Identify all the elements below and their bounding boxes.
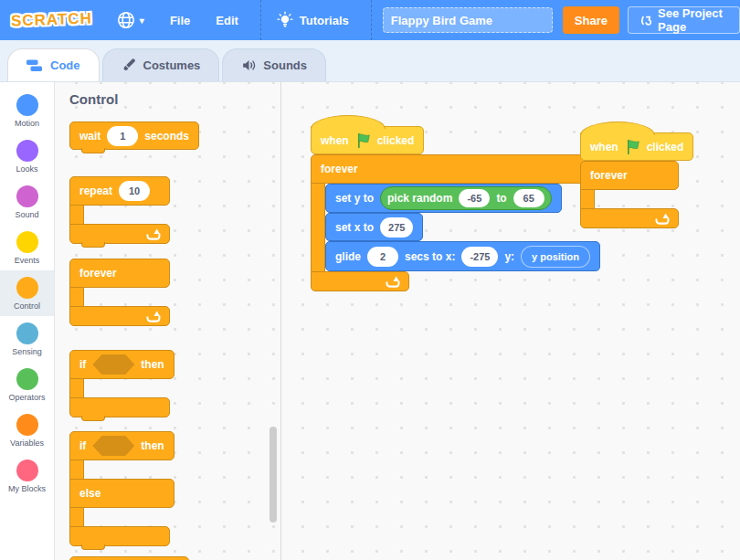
control-category-icon	[16, 277, 38, 299]
share-button[interactable]: Share	[563, 6, 619, 34]
when-flag-clicked-block[interactable]: when clicked	[580, 132, 693, 161]
set-x-input[interactable]: 275	[380, 217, 413, 238]
events-category-icon	[16, 231, 38, 253]
category-sound[interactable]: Sound	[0, 179, 54, 225]
glide-x-input[interactable]: -275	[461, 247, 498, 267]
looks-category-icon	[16, 140, 38, 162]
menu-divider	[260, 0, 261, 40]
tab-sounds-label: Sounds	[263, 58, 307, 72]
menu-divider	[371, 0, 372, 40]
repeat-count-input[interactable]: 10	[119, 181, 150, 201]
palette-scrollbar[interactable]	[270, 427, 277, 523]
see-inside-icon	[640, 14, 651, 27]
glide-secs-input[interactable]: 2	[367, 247, 398, 267]
tab-sounds[interactable]: Sounds	[222, 48, 326, 81]
loop-arrow-icon	[654, 212, 670, 225]
when-flag-clicked-block[interactable]: when clicked	[311, 126, 424, 154]
sound-category-icon	[16, 185, 38, 207]
category-my-blocks[interactable]: My Blocks	[0, 453, 54, 499]
chevron-down-icon: ▾	[140, 16, 144, 26]
speaker-icon	[241, 58, 257, 73]
category-sensing[interactable]: Sensing	[0, 316, 54, 362]
language-selector[interactable]: ▾	[116, 10, 144, 30]
script-2: when clicked forever	[580, 132, 693, 228]
wait-seconds-block[interactable]: wait 1 seconds	[69, 122, 199, 150]
tutorials-button[interactable]: Tutorials	[276, 10, 349, 30]
scratch-logo[interactable]: SCRATCH	[11, 9, 93, 30]
boolean-slot[interactable]	[92, 354, 134, 375]
forever-block[interactable]: forever	[580, 161, 679, 228]
palette-category-header: Control	[69, 91, 280, 107]
wait-duration-input[interactable]: 1	[107, 126, 138, 146]
block-palette: Control wait 1 seconds repeat 10	[55, 82, 281, 560]
random-min-input[interactable]: -65	[459, 189, 490, 207]
menu-bar: SCRATCH ▾ File Edit Tutorials Share	[0, 0, 740, 40]
project-name-input[interactable]	[383, 7, 553, 33]
see-project-page-button[interactable]: See Project Page	[628, 6, 740, 34]
forever-block[interactable]: forever	[69, 259, 170, 326]
category-looks[interactable]: Looks	[0, 133, 54, 179]
repeat-block[interactable]: repeat 10	[69, 176, 170, 244]
forever-block[interactable]: forever set y to pick random -65 to 65	[311, 154, 600, 291]
green-flag-icon	[355, 132, 371, 148]
lightbulb-icon	[276, 10, 294, 30]
paintbrush-icon	[122, 58, 137, 73]
boolean-slot[interactable]	[92, 436, 134, 456]
operators-category-icon	[16, 368, 38, 390]
editor-tab-bar: Code Costumes Sounds	[0, 40, 740, 82]
category-events[interactable]: Events	[0, 225, 54, 270]
variables-category-icon	[16, 414, 38, 436]
scripts-canvas[interactable]: when clicked forever set y to	[281, 82, 740, 560]
loop-arrow-icon	[145, 310, 161, 322]
wait-until-block[interactable]: wait until	[69, 556, 189, 560]
globe-icon	[116, 10, 136, 30]
tab-costumes-label: Costumes	[143, 58, 201, 72]
pick-random-block[interactable]: pick random -65 to 65	[380, 186, 552, 210]
loop-arrow-icon	[145, 227, 161, 240]
file-menu[interactable]: File	[170, 14, 190, 27]
tab-costumes[interactable]: Costumes	[102, 48, 220, 81]
my-blocks-category-icon	[16, 460, 38, 481]
editor-main: Motion Looks Sound Events Control Sensin…	[0, 82, 740, 560]
if-then-else-block[interactable]: if then else	[69, 431, 174, 546]
set-y-to-block[interactable]: set y to pick random -65 to 65	[325, 184, 562, 213]
tab-code[interactable]: Code	[7, 48, 100, 81]
tutorials-label: Tutorials	[300, 14, 349, 27]
edit-menu[interactable]: Edit	[216, 14, 238, 27]
category-variables[interactable]: Variables	[0, 407, 54, 453]
sensing-category-icon	[16, 322, 38, 344]
motion-category-icon	[16, 94, 38, 116]
y-position-reporter[interactable]: y position	[521, 246, 590, 268]
script-1: when clicked forever set y to	[311, 126, 600, 291]
green-flag-icon	[625, 139, 640, 154]
category-control[interactable]: Control	[0, 270, 54, 316]
loop-arrow-icon	[385, 275, 400, 288]
if-then-block[interactable]: if then	[69, 350, 174, 417]
category-operators[interactable]: Operators	[0, 362, 54, 407]
code-blocks-icon	[26, 59, 44, 72]
category-motion[interactable]: Motion	[0, 88, 54, 133]
set-x-to-block[interactable]: set x to 275	[325, 213, 423, 241]
random-max-input[interactable]: 65	[513, 189, 544, 207]
block-category-sidebar: Motion Looks Sound Events Control Sensin…	[0, 82, 55, 560]
see-project-page-label: See Project Page	[658, 6, 728, 34]
tab-code-label: Code	[50, 58, 80, 72]
glide-block[interactable]: glide 2 secs to x: -275 y: y position	[325, 241, 600, 271]
